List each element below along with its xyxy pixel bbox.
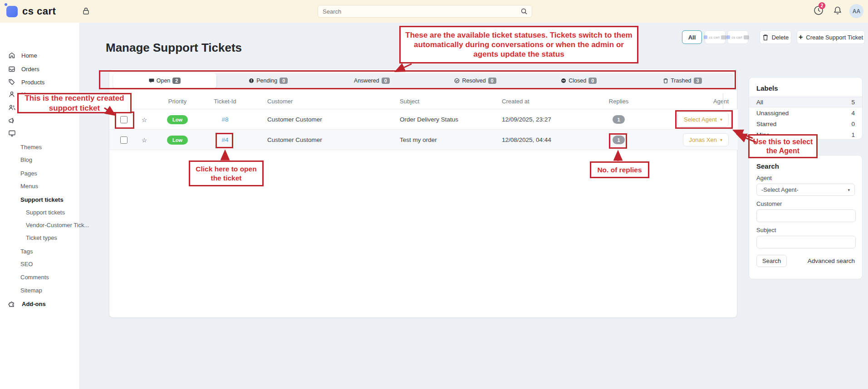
puzzle-icon	[8, 300, 16, 307]
tickets-card: Open 2 Pending 0 Answered 0 Resolved 0 C…	[109, 69, 737, 318]
customer-field-label: Customer	[749, 196, 862, 209]
search-icon[interactable]	[520, 8, 528, 15]
tab-closed[interactable]: Closed 0	[527, 73, 631, 88]
user-avatar[interactable]: AA	[849, 4, 863, 18]
app-window: cs cart 2 AA Home Orders	[0, 0, 868, 389]
storefront-filter-all-button[interactable]: All	[682, 30, 702, 44]
column-header-priority[interactable]: Priority	[159, 93, 196, 109]
column-header-replies[interactable]: Replies	[606, 93, 631, 109]
sidebar-item-label: Orders	[21, 66, 39, 73]
sidebar-item-design[interactable]	[0, 127, 80, 140]
sidebar-item-label: Products	[21, 79, 44, 86]
sidebar-item-comments[interactable]: Comments	[0, 271, 80, 283]
sidebar-item-themes[interactable]: Themes	[0, 141, 80, 153]
logo-icon	[6, 6, 18, 17]
monitor-icon	[8, 130, 16, 137]
row-checkbox[interactable]	[120, 136, 128, 144]
sidebar-item-sitemap[interactable]: Sitemap	[0, 284, 80, 297]
subject-field-label: Subject	[749, 222, 862, 236]
column-header-agent[interactable]: Agent	[638, 93, 729, 109]
tab-resolved[interactable]: Resolved 0	[424, 73, 527, 88]
sidebar-item-orders[interactable]: Orders	[0, 63, 80, 75]
ticket-id-link[interactable]: #4	[221, 136, 228, 143]
search-button[interactable]: Search	[756, 255, 787, 267]
customer-field[interactable]	[756, 209, 856, 222]
star-icon[interactable]: ☆	[138, 109, 150, 130]
subject-cell: Order Delivery Status	[400, 109, 504, 130]
all-button-label: All	[688, 34, 696, 41]
label-name: Starred	[756, 121, 776, 127]
priority-badge: Low	[167, 136, 188, 145]
agent-select[interactable]: -Select Agent- ▾	[756, 184, 855, 196]
sidebar-item-pages[interactable]: Pages	[0, 167, 80, 180]
tab-label: Pending	[256, 78, 277, 84]
label-count: 5	[851, 99, 855, 106]
notifications-center-icon[interactable]: 2	[813, 5, 824, 16]
label-filter-all[interactable]: All 5	[749, 97, 862, 107]
chevron-down-icon: ▾	[848, 188, 850, 192]
annotation-recent-ticket: This is the recently created support tic…	[17, 93, 132, 113]
advanced-search-link[interactable]: Advanced search	[808, 258, 855, 264]
sidebar-item-support-tickets[interactable]: Support tickets	[0, 206, 80, 219]
agent-dropdown-label: Jonas Xen	[689, 136, 717, 143]
pending-tab-icon	[249, 78, 254, 83]
column-header-ticket-id[interactable]: Ticket-Id	[207, 93, 243, 109]
sidebar-item-marketing[interactable]	[0, 114, 80, 127]
labels-panel: Labels All 5 Unassigned 4 Starred 0 Mine…	[749, 77, 863, 140]
tab-open[interactable]: Open 2	[113, 73, 216, 88]
chevron-down-icon: ▾	[720, 137, 722, 142]
sidebar: Home Orders Products Users Vendors Theme…	[0, 23, 80, 389]
storefront-button-2[interactable]: cs cart	[727, 30, 748, 44]
tab-trashed[interactable]: Trashed 3	[631, 73, 734, 88]
label-count: 4	[851, 110, 855, 117]
tab-pending[interactable]: Pending 0	[216, 73, 320, 88]
search-panel: Search Agent -Select Agent- ▾ Customer S…	[749, 155, 863, 279]
select-agent-dropdown[interactable]: Select Agent ▾	[677, 112, 729, 127]
star-icon[interactable]: ☆	[138, 130, 150, 150]
search-panel-title: Search	[749, 156, 862, 175]
sidebar-item-addons[interactable]: Add-ons	[0, 297, 80, 310]
sidebar-item-label: Support tickets	[26, 209, 65, 216]
label-filter-unassigned[interactable]: Unassigned 4	[749, 107, 862, 118]
created-at-cell: 12/08/2025, 04:44	[502, 130, 597, 150]
label-name: All	[756, 99, 763, 106]
sidebar-item-vendor-customer-tickets[interactable]: Vendor-Customer Tick...	[0, 219, 80, 231]
ticket-id-link[interactable]: #8	[221, 116, 228, 123]
storefront-button-1[interactable]: cs cart	[705, 30, 726, 44]
sidebar-item-home[interactable]: Home	[0, 49, 80, 62]
delete-button[interactable]: Delete	[760, 30, 791, 44]
closed-tab-icon	[561, 78, 566, 83]
sidebar-section-support-tickets[interactable]: Support tickets	[0, 193, 80, 206]
replies-badge: 1	[613, 136, 625, 144]
subject-field[interactable]	[756, 236, 856, 248]
priority-badge: Low	[167, 115, 188, 124]
label-filter-starred[interactable]: Starred 0	[749, 118, 862, 129]
sidebar-item-menus[interactable]: Menus	[0, 180, 80, 192]
sidebar-item-products[interactable]: Products	[0, 76, 80, 88]
column-header-subject[interactable]: Subject	[400, 93, 504, 109]
column-header-customer[interactable]: Customer	[267, 93, 376, 109]
tab-count-badge: 0	[588, 78, 597, 84]
sidebar-item-label: Menus	[20, 183, 38, 190]
agent-field-label: Agent	[749, 175, 862, 184]
sidebar-item-label: SEO	[20, 261, 33, 267]
cscart-logo[interactable]: cs cart	[6, 5, 56, 17]
tab-count-badge: 2	[172, 78, 181, 84]
column-header-created-at[interactable]: Created at	[502, 93, 597, 109]
tab-answered[interactable]: Answered 0	[320, 73, 423, 88]
lock-icon	[83, 7, 89, 15]
create-button-label: Create Support Ticket	[806, 34, 863, 41]
tab-label: Answered	[354, 78, 379, 84]
sidebar-item-seo[interactable]: SEO	[0, 258, 80, 270]
create-support-ticket-button[interactable]: + Create Support Ticket	[797, 30, 865, 44]
sidebar-item-ticket-types[interactable]: Ticket types	[0, 231, 80, 244]
row-checkbox[interactable]	[120, 116, 128, 123]
assigned-agent-dropdown[interactable]: Jonas Xen ▾	[683, 133, 729, 146]
sidebar-item-tags[interactable]: Tags	[0, 245, 80, 258]
tab-label: Resolved	[462, 78, 485, 84]
search-input[interactable]	[318, 8, 520, 15]
sidebar-item-blog[interactable]: Blog	[0, 153, 80, 166]
bell-icon[interactable]	[833, 6, 842, 15]
table-row: ☆ Low #4 Customer Customer Test my order…	[109, 130, 738, 150]
annotation-select-agent: Use this to select the Agent	[748, 134, 818, 158]
